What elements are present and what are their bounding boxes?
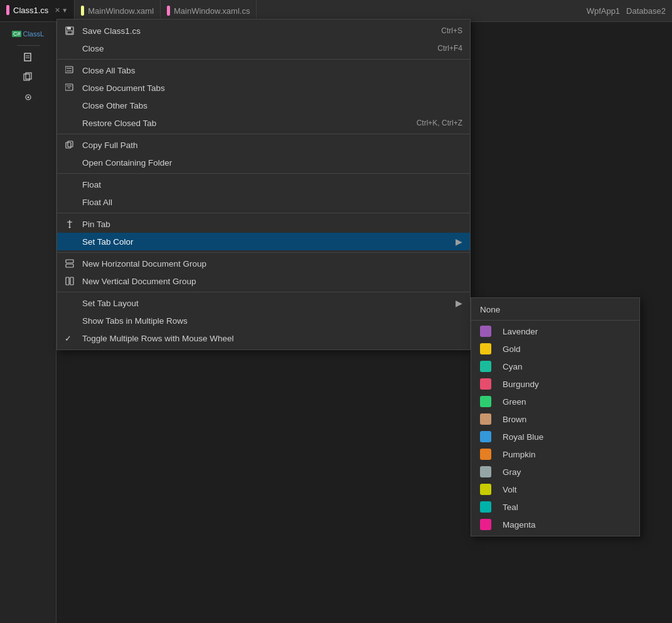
menu-show-tabs-label: Show Tabs in Multiple Rows [82,316,188,326]
menu-pin-tab[interactable]: Pin Tab [57,215,470,233]
color-teal[interactable]: Teal [471,498,639,516]
copy-icon [63,141,76,149]
color-volt[interactable]: Volt [471,481,639,498]
sep3 [57,173,470,174]
color-royal-blue[interactable]: Royal Blue [471,428,639,445]
menu-new-vert-label: New Vertical Document Group [82,277,196,286]
color-pumpkin[interactable]: Pumpkin [471,445,639,463]
pumpkin-swatch [480,449,491,460]
sidebar-icon-2[interactable] [17,68,40,86]
right-tab-database2[interactable]: Database2 [626,6,666,16]
menu-close-other-tabs[interactable]: Close Other Tabs [57,97,470,114]
tab-label: MainWindow.xaml [88,6,154,16]
color-gold[interactable]: Gold [471,340,639,358]
gold-swatch [480,343,491,354]
tab-close[interactable]: ✕ ▼ [55,6,68,14]
menu-close-all-label: Close All Tabs [82,66,136,75]
menu-set-tab-layout[interactable]: Set Tab Layout ▶ [57,294,470,312]
color-pumpkin-label: Pumpkin [503,450,536,459]
menu-new-horizontal[interactable]: New Horizontal Document Group [57,255,470,272]
menu-save[interactable]: Save Class1.cs Ctrl+S [57,22,470,40]
menu-float[interactable]: Float [57,176,470,193]
color-gray-label: Gray [503,467,521,477]
menu-toggle-rows-label: Toggle Multiple Rows with Mouse Wheel [82,334,234,343]
sep6 [57,292,470,292]
gray-swatch [480,466,491,477]
sidebar-class-tab[interactable]: C# ClassL [17,25,40,43]
menu-pin-label: Pin Tab [82,220,110,229]
tab-label: Class1.cs [13,6,48,15]
menu-restore-closed-tab[interactable]: Restore Closed Tab Ctrl+K, Ctrl+Z [57,114,470,132]
menu-close-document-tabs[interactable]: Close Document Tabs [57,79,470,97]
menu-float-label: Float [82,180,101,189]
right-tab-wpfapp1[interactable]: WpfApp1 [587,6,620,16]
color-green[interactable]: Green [471,393,639,410]
sep2 [57,134,470,134]
svg-rect-24 [70,277,73,285]
svg-rect-23 [66,277,69,285]
pin-icon [63,220,76,228]
sep1 [57,59,470,60]
svg-rect-0 [24,53,31,61]
teal-swatch [480,501,491,513]
cs-badge: C# [12,31,22,37]
color-gray[interactable]: Gray [471,463,639,481]
color-lavender[interactable]: Lavender [471,322,639,340]
color-gold-label: Gold [503,344,521,354]
menu-open-folder-label: Open Containing Folder [82,158,172,168]
menu-tab-layout-label: Set Tab Layout [82,299,139,308]
menu-set-tab-color[interactable]: Set Tab Color ▶ [57,233,470,250]
context-menu: Save Class1.cs Ctrl+S Close Ctrl+F4 Clos… [56,19,471,350]
svg-point-19 [69,226,71,228]
color-cyan[interactable]: Cyan [471,358,639,375]
menu-close-shortcut: Ctrl+F4 [437,44,462,53]
menu-open-folder[interactable]: Open Containing Folder [57,154,470,171]
sidebar-icon-3[interactable] [17,88,40,106]
color-brown[interactable]: Brown [471,410,639,428]
volt-swatch [480,484,491,495]
menu-close[interactable]: Close Ctrl+F4 [57,40,470,57]
menu-close-all-tabs[interactable]: Close All Tabs [57,61,470,79]
right-tabs: WpfApp1 Database2 [580,0,672,21]
save-icon [63,26,76,35]
color-burgundy-label: Burgundy [503,380,539,389]
sidebar-icon-1[interactable] [17,48,40,66]
menu-float-all[interactable]: Float All [57,193,470,211]
cyan-swatch [480,361,491,372]
sidebar-eye-icon [23,92,34,103]
svg-rect-12 [67,70,72,72]
tab-mainwindow-xaml[interactable]: MainWindow.xaml [75,0,161,21]
menu-restore-label: Restore Closed Tab [82,119,156,128]
color-magenta-label: Magenta [503,520,536,530]
color-none[interactable]: None [471,301,639,318]
svg-rect-13 [65,84,73,90]
brown-swatch [480,413,491,425]
color-lavender-label: Lavender [503,327,538,336]
menu-new-vertical[interactable]: New Vertical Document Group [57,272,470,290]
menu-copy-path-label: Copy Full Path [82,141,138,150]
close-all-icon [63,66,76,75]
svg-rect-8 [67,27,71,29]
menu-show-tabs-multiple-rows[interactable]: Show Tabs in Multiple Rows [57,312,470,329]
menu-close-doc-label: Close Document Tabs [82,83,165,93]
color-burgundy[interactable]: Burgundy [471,375,639,393]
tab-color-dot [6,5,9,15]
svg-rect-17 [68,141,73,147]
royal-blue-swatch [480,431,491,442]
color-magenta[interactable]: Magenta [471,516,639,533]
menu-save-shortcut: Ctrl+S [441,26,462,35]
tab-mainwindow-xaml-cs[interactable]: MainWindow.xaml.cs [161,0,257,21]
menu-toggle-multiple-rows[interactable]: ✓ Toggle Multiple Rows with Mouse Wheel [57,329,470,347]
sep5 [57,252,470,253]
tab-class1cs[interactable]: Class1.cs ✕ ▼ [0,0,75,21]
sidebar-edit-icon [23,52,33,62]
vertical-group-icon [63,277,76,285]
svg-rect-22 [66,264,73,267]
arrow-icon: ▶ [456,237,462,247]
menu-save-label: Save Class1.cs [82,26,141,36]
menu-copy-full-path[interactable]: Copy Full Path [57,136,470,154]
sidebar-strip: C# ClassL [0,22,56,623]
color-cyan-label: Cyan [503,362,523,371]
svg-rect-21 [66,260,73,263]
sep4 [57,213,470,213]
